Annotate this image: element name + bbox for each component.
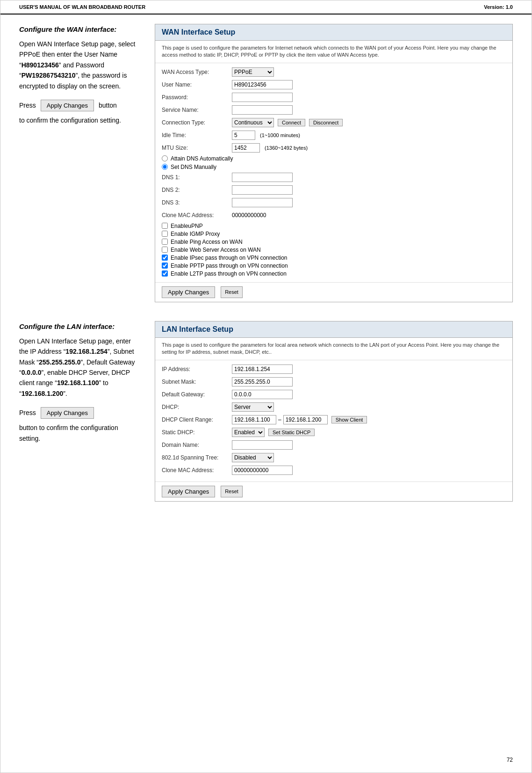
lan-static-dhcp-select[interactable]: Enabled Disabled bbox=[232, 428, 265, 437]
lan-spanning-tree-value: Disabled Enabled bbox=[232, 453, 506, 462]
wan-service-name-value bbox=[232, 105, 506, 115]
wan-confirm-text: to confirm the configuration setting. bbox=[19, 115, 141, 125]
lan-gateway-input[interactable] bbox=[232, 390, 293, 399]
lan-dhcp-range-from-input[interactable] bbox=[232, 415, 276, 424]
lan-clone-mac-row: Clone MAC Address: bbox=[162, 465, 506, 475]
lan-dhcp-range-to-input[interactable] bbox=[283, 415, 328, 424]
wan-dns1-row: DNS 1: bbox=[162, 172, 506, 182]
wan-l2tp-label: Enable L2TP pass through on VPN connecti… bbox=[171, 270, 287, 277]
page-number: 72 bbox=[507, 757, 513, 763]
wan-dns3-value bbox=[232, 198, 506, 207]
wan-access-type-label: WAN Access Type: bbox=[162, 69, 232, 75]
lan-apply-button[interactable]: Apply Changes bbox=[41, 407, 94, 419]
lan-dhcp-range-dash: – bbox=[278, 416, 281, 423]
lan-dhcp-select[interactable]: Server Disabled Relay bbox=[232, 402, 274, 412]
page-header: USER'S MANUAL OF WLAN BROADBAND ROUTER V… bbox=[0, 0, 532, 15]
lan-panel-desc: This page is used to configure the param… bbox=[155, 338, 512, 360]
wan-panel-reset-button[interactable]: Reset bbox=[221, 286, 243, 298]
lan-spanning-tree-label: 802.1d Spanning Tree: bbox=[162, 454, 232, 461]
wan-dns1-label: DNS 1: bbox=[162, 174, 232, 181]
wan-ping-checkbox[interactable] bbox=[162, 239, 168, 245]
wan-panel-desc: This page is used to configure the param… bbox=[155, 41, 512, 63]
wan-connection-type-row: Connection Type: Continuous Connect on D… bbox=[162, 117, 506, 128]
page-footer: 72 bbox=[507, 757, 513, 763]
lan-domain-input[interactable] bbox=[232, 440, 293, 450]
lan-subnet-value bbox=[232, 377, 506, 386]
wan-description: Open WAN Interface Setup page, select PP… bbox=[19, 39, 141, 91]
wan-password-row: Password: bbox=[162, 92, 506, 102]
lan-section: Configure the LAN interface: Open LAN In… bbox=[19, 321, 513, 502]
lan-dhcp-value: Server Disabled Relay bbox=[232, 402, 506, 412]
wan-username-row: User Name: bbox=[162, 80, 506, 90]
lan-subnet-label: Subnet Mask: bbox=[162, 379, 232, 385]
lan-apply-btn-row: Press Apply Changes bbox=[19, 407, 141, 419]
wan-clone-mac-row: Clone MAC Address: 00000000000 bbox=[162, 210, 506, 220]
lan-button-text-after: button to confirm the configuration sett… bbox=[19, 423, 141, 444]
wan-l2tp-checkbox[interactable] bbox=[162, 270, 168, 277]
lan-static-dhcp-row: Static DHCP: Enabled Disabled Set Static… bbox=[162, 427, 506, 438]
wan-dns2-value bbox=[232, 185, 506, 195]
lan-panel-reset-button[interactable]: Reset bbox=[221, 486, 243, 497]
wan-disconnect-button[interactable]: Disconnect bbox=[309, 119, 343, 126]
wan-dns1-input[interactable] bbox=[232, 173, 293, 182]
wan-dns-manual-row: Set DNS Manually bbox=[162, 164, 506, 170]
wan-section-text: Configure the WAN interface: Open WAN In… bbox=[19, 24, 141, 302]
wan-panel-apply-button[interactable]: Apply Changes bbox=[162, 286, 215, 298]
wan-dns3-input[interactable] bbox=[232, 198, 293, 207]
lan-section-title: Configure the LAN interface: bbox=[19, 321, 141, 332]
lan-static-dhcp-label: Static DHCP: bbox=[162, 429, 232, 436]
wan-username-input[interactable] bbox=[232, 80, 293, 89]
wan-ipsec-row: Enable IPsec pass through on VPN connect… bbox=[162, 255, 506, 261]
wan-password-input[interactable] bbox=[232, 93, 293, 102]
lan-panel-apply-button[interactable]: Apply Changes bbox=[162, 486, 215, 497]
lan-ip-label: IP Address: bbox=[162, 366, 232, 372]
wan-pptp-checkbox[interactable] bbox=[162, 263, 168, 269]
wan-webserver-checkbox[interactable] bbox=[162, 247, 168, 253]
lan-panel-body: IP Address: Subnet Mask: D bbox=[155, 360, 512, 481]
lan-spanning-tree-select[interactable]: Disabled Enabled bbox=[232, 453, 274, 462]
wan-pptp-label: Enable PPTP pass through on VPN connecti… bbox=[171, 263, 288, 269]
wan-dns-manual-radio[interactable] bbox=[162, 164, 168, 170]
header-right: Version: 1.0 bbox=[484, 4, 513, 10]
lan-dhcp-range-label: DHCP Client Range: bbox=[162, 416, 232, 423]
wan-idle-time-input[interactable] bbox=[232, 131, 255, 140]
lan-ip-row: IP Address: bbox=[162, 364, 506, 374]
wan-dns-auto-label: Attain DNS Automatically bbox=[171, 155, 233, 162]
wan-clone-mac-label: Clone MAC Address: bbox=[162, 212, 232, 219]
lan-panel-footer: Apply Changes Reset bbox=[155, 481, 512, 501]
wan-password-value bbox=[232, 93, 506, 102]
lan-subnet-input[interactable] bbox=[232, 377, 293, 386]
lan-description: Open LAN Interface Setup page, enter the… bbox=[19, 336, 141, 399]
page-wrapper: USER'S MANUAL OF WLAN BROADBAND ROUTER V… bbox=[0, 0, 532, 773]
wan-connection-type-label: Connection Type: bbox=[162, 119, 232, 126]
lan-show-client-button[interactable]: Show Client bbox=[331, 416, 367, 423]
lan-set-static-dhcp-button[interactable]: Set Static DHCP bbox=[268, 429, 315, 436]
wan-dns2-row: DNS 2: bbox=[162, 185, 506, 195]
wan-username-label: User Name: bbox=[162, 81, 232, 88]
lan-gateway-label: Default Gateway: bbox=[162, 391, 232, 398]
lan-ip-input[interactable] bbox=[232, 365, 293, 374]
wan-connect-button[interactable]: Connect bbox=[278, 119, 305, 126]
wan-dns3-label: DNS 3: bbox=[162, 199, 232, 206]
wan-service-name-row: Service Name: bbox=[162, 105, 506, 115]
wan-apply-button[interactable]: Apply Changes bbox=[41, 100, 94, 111]
wan-service-name-input[interactable] bbox=[232, 105, 293, 115]
wan-service-name-label: Service Name: bbox=[162, 107, 232, 113]
wan-dns2-input[interactable] bbox=[232, 185, 293, 195]
wan-button-label: button bbox=[99, 100, 117, 110]
wan-dns2-label: DNS 2: bbox=[162, 187, 232, 193]
wan-connection-type-select[interactable]: Continuous Connect on Demand Manual bbox=[232, 118, 274, 127]
lan-clone-mac-input[interactable] bbox=[232, 466, 293, 475]
wan-access-type-select[interactable]: PPPoE Static IP DHCP PPTP bbox=[232, 67, 274, 77]
lan-dhcp-range-value: – Show Client bbox=[232, 415, 506, 424]
wan-igmp-checkbox[interactable] bbox=[162, 231, 168, 237]
wan-igmp-row: Enable IGMP Proxy bbox=[162, 231, 506, 237]
wan-mtu-size-label: MTU Size: bbox=[162, 145, 232, 151]
wan-mtu-size-value: (1360~1492 bytes) bbox=[232, 143, 506, 153]
wan-upnp-checkbox[interactable] bbox=[162, 223, 168, 229]
wan-mtu-size-input[interactable] bbox=[232, 143, 260, 153]
wan-webserver-row: Enable Web Server Access on WAN bbox=[162, 247, 506, 253]
wan-ipsec-checkbox[interactable] bbox=[162, 255, 168, 261]
wan-dns-auto-radio[interactable] bbox=[162, 155, 168, 161]
wan-dns-auto-row: Attain DNS Automatically bbox=[162, 155, 506, 162]
